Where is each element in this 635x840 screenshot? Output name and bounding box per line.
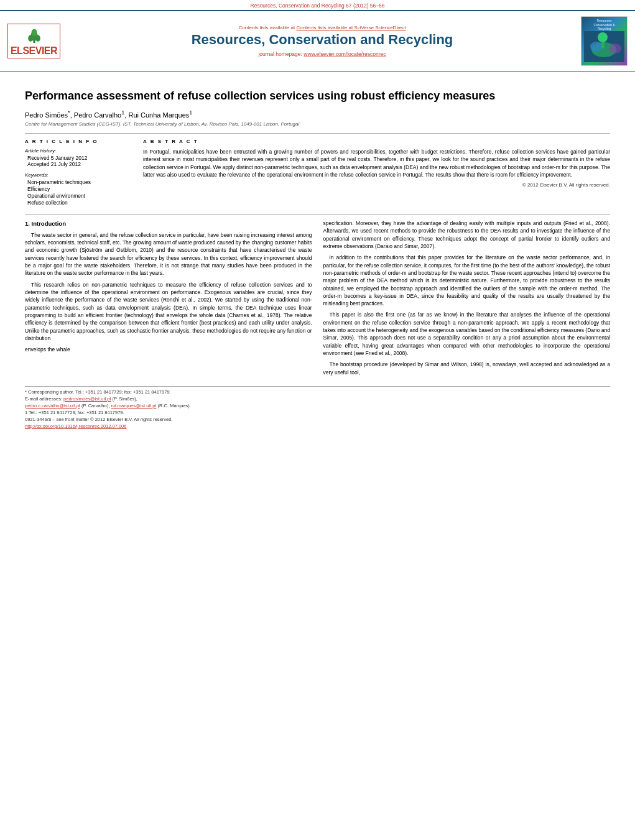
- received-date: Received 5 January 2012: [27, 155, 131, 161]
- svg-point-7: [590, 42, 603, 52]
- citation-text: Resources, Conservation and Recycling 67…: [251, 2, 385, 9]
- page-wrapper: Resources, Conservation and Recycling 67…: [0, 0, 635, 840]
- article-history-label: Article history:: [25, 148, 131, 154]
- homepage-url[interactable]: www.elsevier.com/locate/resconrec: [304, 51, 386, 57]
- journal-title-text: Resources, Conservation and Recycling: [70, 32, 575, 48]
- email-label: E-mail addresses:: [25, 396, 63, 402]
- section-divider: [25, 214, 610, 215]
- email-name3: (R.C. Marques).: [158, 403, 191, 408]
- homepage-label: journal homepage:: [258, 51, 304, 57]
- elsevier-logo-graphic: [25, 26, 44, 45]
- body-col2-paragraph2: In addition to the contributions that th…: [323, 254, 611, 307]
- accepted-date: Accepted 21 July 2012: [27, 161, 131, 167]
- article-info-column: A R T I C L E I N F O Article history: R…: [25, 139, 131, 206]
- body-col2-paragraph3: This paper is also the first one (as far…: [323, 311, 611, 357]
- footnote-email2: pedro.c.carvalho@ist.utl.pt (P. Carvalho…: [25, 403, 610, 408]
- sciverse-link[interactable]: Contents lists available at Contents lis…: [70, 25, 575, 30]
- email-name2: (P. Carvalho),: [81, 403, 111, 408]
- elsevier-logo: ELSEVIER: [7, 24, 63, 58]
- email-link2[interactable]: pedro.c.carvalho@ist.utl.pt: [25, 403, 80, 408]
- keywords-label: Keywords:: [25, 172, 131, 178]
- affiliation: Centre for Management Studies (CEG-IST),…: [25, 121, 610, 127]
- keywords-list: Non-parametric techniques Efficiency Ope…: [27, 179, 131, 206]
- body-right-column: specification. Moreover, they have the a…: [323, 219, 611, 380]
- journal-homepage[interactable]: journal homepage: www.elsevier.com/locat…: [70, 51, 575, 57]
- svg-point-4: [31, 29, 37, 37]
- keyword-3: Operational environment: [27, 193, 131, 199]
- body-col1-paragraph1: The waste sector in general, and the ref…: [25, 231, 312, 277]
- body-two-column: 1. Introduction The waste sector in gene…: [25, 219, 610, 380]
- journal-header: ELSEVIER Contents lists available at Con…: [0, 10, 635, 72]
- abstract-column: A B S T R A C T In Portugal, municipalit…: [143, 139, 610, 206]
- keyword-2: Efficiency: [27, 186, 131, 192]
- citation-bar: Resources, Conservation and Recycling 67…: [0, 0, 635, 10]
- author-carvalho: Pedro Carvalho1,: [74, 111, 129, 119]
- footnote-star: * Corresponding author. Tel.: +351 21 84…: [25, 389, 610, 395]
- article-info-abstract-section: A R T I C L E I N F O Article history: R…: [25, 133, 610, 206]
- elsevier-tree-icon: [25, 26, 44, 45]
- footer-section: * Corresponding author. Tel.: +351 21 84…: [25, 386, 610, 429]
- email-link3[interactable]: rui.marques@ist.utl.pt: [111, 403, 156, 408]
- license-line: 0921-3449/$ – see front matter © 2012 El…: [25, 417, 610, 422]
- body-col2-paragraph4: The bootstrap procedure (developed by Si…: [323, 361, 611, 376]
- journal-cover-image: Resources Conservation & Recycling: [581, 16, 628, 66]
- body-col1-bottom-text: envelops the whale: [25, 346, 312, 353]
- keyword-1: Non-parametric techniques: [27, 179, 131, 185]
- author-marques: Rui Cunha Marques1: [128, 111, 192, 119]
- body-col1-paragraph2: This research relies on non-parametric t…: [25, 281, 312, 343]
- sciverse-text: Contents lists available at SciVerse Sci…: [296, 25, 406, 30]
- section1-heading: 1. Introduction: [25, 219, 312, 228]
- email-link1[interactable]: pedrosimoes@ist.utl.pt: [63, 396, 111, 402]
- main-content: Performance assessment of refuse collect…: [0, 72, 635, 438]
- body-left-column: 1. Introduction The waste sector in gene…: [25, 219, 312, 380]
- journal-title-center: Contents lists available at Contents lis…: [70, 25, 575, 57]
- article-title: Performance assessment of refuse collect…: [25, 89, 610, 103]
- doi-line: http://dx.doi.org/10.1016/j.resconrec.20…: [25, 423, 610, 429]
- svg-point-3: [35, 35, 40, 42]
- authors-line: Pedro Simões*, Pedro Carvalho1, Rui Cunh…: [25, 109, 610, 119]
- svg-point-2: [28, 35, 33, 42]
- svg-point-10: [598, 32, 608, 42]
- abstract-text: In Portugal, municipalities have been en…: [143, 148, 610, 178]
- email-name1: (P. Simões),: [113, 396, 137, 402]
- footnote-email-line: E-mail addresses: pedrosimoes@ist.utl.pt…: [25, 396, 610, 402]
- elsevier-logo-box: ELSEVIER: [7, 24, 60, 58]
- copyright-line: © 2012 Elsevier B.V. All rights reserved…: [143, 182, 610, 188]
- author-simoes: Pedro Simões*,: [25, 111, 74, 119]
- article-info-heading: A R T I C L E I N F O: [25, 139, 131, 144]
- elsevier-wordmark: ELSEVIER: [11, 46, 57, 56]
- cover-image-svg: [584, 31, 624, 62]
- footnote-1: 1 Tel.: +351 21 8417729; fax: +351 21 84…: [25, 410, 610, 415]
- doi-link[interactable]: http://dx.doi.org/10.1016/j.resconrec.20…: [25, 423, 126, 429]
- body-col2-paragraph1: specification. Moreover, they have the a…: [323, 219, 611, 250]
- svg-point-8: [609, 44, 621, 53]
- keyword-4: Refuse collection: [27, 200, 131, 206]
- abstract-heading: A B S T R A C T: [143, 139, 610, 144]
